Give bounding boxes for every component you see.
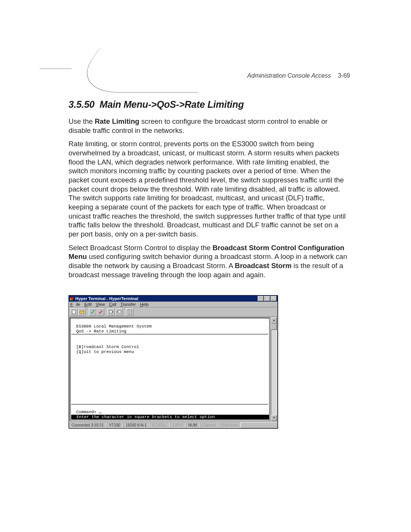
status-echo: Print echo	[218, 422, 241, 428]
svg-line-5	[101, 310, 102, 312]
status-bar: Connected 3:15:21 VT100 19200 8-N-1 SCRO…	[69, 422, 277, 428]
svg-rect-1	[71, 297, 74, 299]
status-caps: CAPS	[170, 422, 186, 428]
menu-view[interactable]: View	[96, 302, 105, 307]
running-header: Administration Console Access 3-69	[247, 72, 350, 79]
terminal-scrollbar[interactable]: ▴ ▾	[271, 318, 277, 421]
status-capture: Capture	[200, 422, 219, 428]
window-titlebar[interactable]: Hyper Terminal - HyperTerminal _ □ ×	[69, 296, 277, 302]
status-connected: Connected 3:15:21	[69, 422, 107, 428]
running-header-text: Administration Console Access	[247, 72, 331, 79]
term-option-broadcast: [B]roadcast Storm Control	[76, 345, 139, 349]
status-scroll: SCROLL	[150, 422, 170, 428]
header-curve	[68, 48, 229, 93]
maximize-button[interactable]: □	[264, 296, 270, 301]
toolbar	[69, 307, 277, 317]
menu-transfer[interactable]: Transfer	[120, 302, 136, 307]
term-line-path: QoS -> Rate Limiting	[76, 329, 126, 334]
toolbar-connect-icon[interactable]	[89, 308, 96, 316]
p3-s1: Select Broadcast Storm Control to displa…	[68, 244, 212, 252]
page-content: 3.5.50 Main Menu->QoS->Rate Limiting Use…	[68, 99, 350, 428]
svg-rect-3	[80, 311, 84, 313]
toolbar-send-icon[interactable]	[107, 308, 115, 316]
scroll-down-icon[interactable]: ▾	[271, 415, 277, 421]
toolbar-new-icon[interactable]	[70, 308, 78, 316]
section-title: Main Menu->QoS->Rate Limiting	[100, 99, 244, 110]
menu-file[interactable]: File	[70, 302, 80, 307]
toolbar-disconnect-icon[interactable]	[97, 308, 104, 316]
p1-bold: Rate Limiting	[95, 117, 139, 125]
menu-bar: File Edit View Call Transfer Help	[69, 302, 277, 307]
paragraph-3: Select Broadcast Storm Control to displa…	[68, 243, 350, 280]
menu-call[interactable]: Call	[109, 302, 116, 307]
section-number: 3.5.50	[68, 99, 94, 110]
term-line-title: ES3000 Local Management System	[76, 324, 151, 329]
paragraph-1: Use the Rate Limiting screen to configur…	[68, 117, 350, 135]
term-prompt: Command>	[76, 410, 99, 414]
toolbar-properties-icon[interactable]	[126, 308, 134, 316]
svg-point-4	[93, 310, 94, 312]
terminal-text: ES3000 Local Management System QoS -> Ra…	[71, 319, 268, 420]
page-number: 3-69	[338, 72, 350, 79]
svg-rect-7	[118, 311, 121, 313]
scroll-thumb[interactable]	[271, 324, 277, 330]
cursor-icon	[99, 413, 102, 413]
paragraph-2: Rate limiting, or storm control, prevent…	[68, 139, 350, 238]
hyperterminal-window: Hyper Terminal - HyperTerminal _ □ × Fil…	[68, 295, 278, 428]
terminal-area[interactable]: ES3000 Local Management System QoS -> Ra…	[70, 318, 270, 421]
toolbar-receive-icon[interactable]	[115, 308, 123, 316]
window-title: Hyper Terminal - HyperTerminal	[75, 296, 258, 301]
header-rule-left	[40, 69, 72, 69]
status-emulation: VT100	[107, 422, 123, 428]
toolbar-open-icon[interactable]	[78, 308, 86, 316]
term-option-quit: [Q]uit to previous menu	[76, 350, 134, 354]
svg-rect-2	[72, 310, 75, 314]
status-baud: 19200 8-N-1	[123, 422, 150, 428]
app-icon	[70, 296, 74, 301]
close-button[interactable]: ×	[271, 296, 277, 301]
menu-help[interactable]: Help	[140, 302, 149, 307]
menu-edit[interactable]: Edit	[84, 302, 92, 307]
p3-b2: Broadcast Storm	[235, 262, 292, 270]
minimize-button[interactable]: _	[258, 296, 264, 301]
term-hint: Enter the character in square brackets t…	[76, 415, 215, 419]
scroll-track[interactable]	[271, 330, 277, 415]
status-num: NUM	[186, 422, 200, 428]
section-heading: 3.5.50 Main Menu->QoS->Rate Limiting	[68, 99, 350, 110]
p1-pre: Use the	[68, 117, 95, 125]
scroll-up-icon[interactable]: ▴	[271, 318, 277, 324]
svg-rect-6	[109, 311, 112, 313]
